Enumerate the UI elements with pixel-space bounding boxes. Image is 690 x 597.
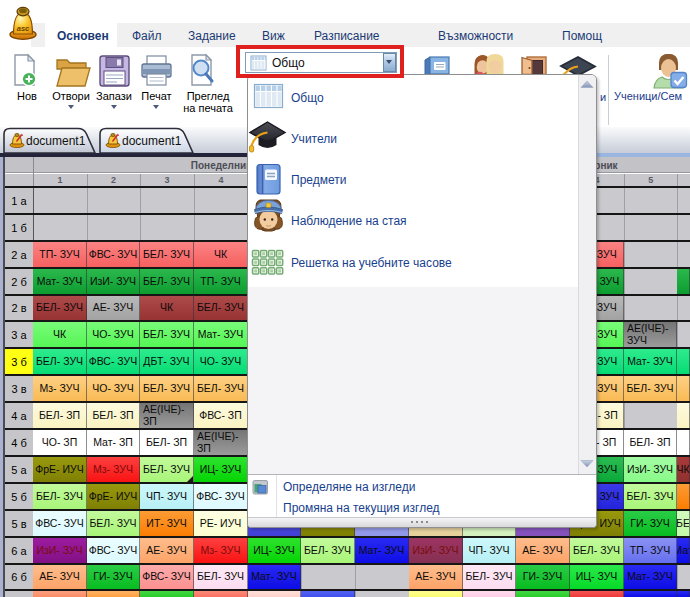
svg-text:asc: asc: [17, 24, 30, 33]
